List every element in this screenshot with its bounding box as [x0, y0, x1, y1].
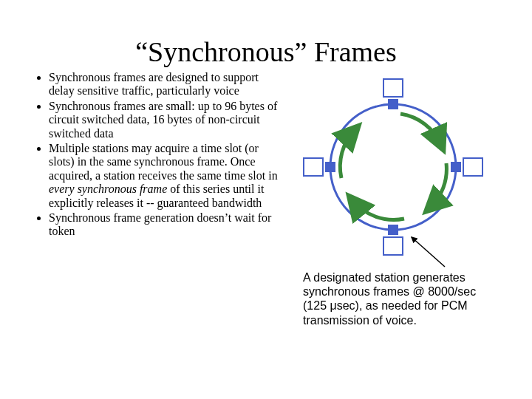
- connector-top: [388, 99, 398, 109]
- connector-bottom: [388, 225, 398, 235]
- bullet-4: Synchronous frame generation doesn’t wai…: [49, 211, 282, 239]
- ring-diagram: [290, 71, 497, 263]
- bullet-3-prefix: Multiple stations may acquire a time slo…: [49, 142, 278, 182]
- diagram-column: A designated station generates synchrono…: [290, 71, 497, 327]
- station-node-right: [463, 157, 483, 177]
- station-node-bottom: [383, 236, 403, 256]
- station-node-left: [303, 157, 324, 177]
- content-area: Synchronous frames are designed to suppo…: [0, 71, 532, 327]
- bullet-list: Synchronous frames are designed to suppo…: [35, 71, 282, 327]
- bullet-1: Synchronous frames are designed to suppo…: [49, 71, 282, 98]
- svg-line-1: [412, 237, 445, 267]
- connector-right: [451, 162, 461, 172]
- bullet-3-em: every synchronous frame: [49, 183, 167, 195]
- connector-left: [325, 162, 335, 172]
- svg-point-0: [330, 104, 456, 230]
- station-node-top: [383, 78, 403, 98]
- slide-title: “Synchronous” Frames: [0, 35, 532, 68]
- bullet-3: Multiple stations may acquire a time slo…: [49, 142, 282, 210]
- bullet-2: Synchronous frames are small: up to 96 b…: [49, 100, 282, 140]
- diagram-caption: A designated station generates synchrono…: [290, 270, 497, 327]
